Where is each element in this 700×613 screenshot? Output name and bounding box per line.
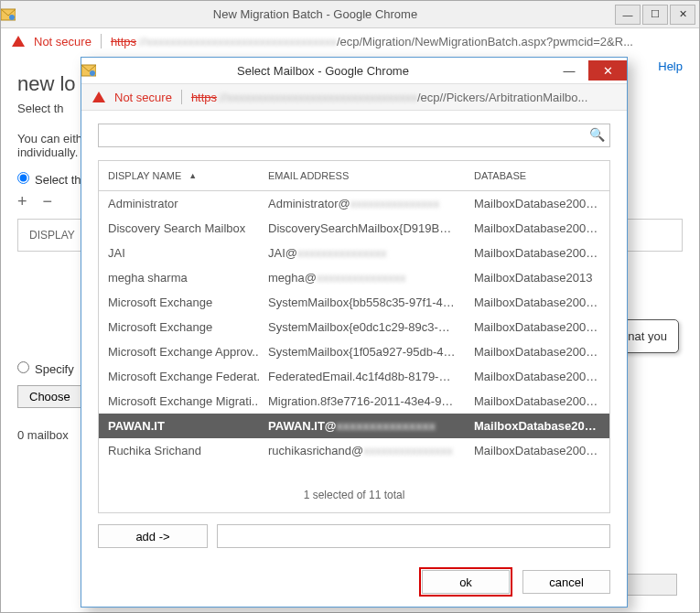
- add-target-input[interactable]: [217, 524, 610, 548]
- cell-display-name: Microsoft Exchange: [99, 318, 259, 336]
- search-input[interactable]: [98, 124, 610, 147]
- cell-email: Migration.8f3e7716-2011-43e4-96b1-...: [259, 393, 465, 410]
- cell-email: PAWAN.IT@xxxxxxxxxxxxxxx: [259, 417, 465, 435]
- dialog-titlebar: Select Mailbox - Google Chrome — ✕: [81, 58, 627, 83]
- dialog-minimize-button[interactable]: —: [550, 60, 588, 81]
- divider: [181, 90, 182, 104]
- background-titlebar: New Migration Batch - Google Chrome — ☐ …: [1, 1, 699, 28]
- svg-point-1: [9, 15, 15, 20]
- table-row[interactable]: Microsoft ExchangeSystemMailbox{bb558c35…: [99, 290, 609, 315]
- cell-display-name: Microsoft Exchange: [99, 294, 259, 311]
- background-url: https://xxxxxxxxxxxxxxxxxxxxxxxxxxxxxxxx…: [111, 35, 633, 48]
- dialog-addressbar: Not secure https://xxxxxxxxxxxxxxxxxxxxx…: [81, 83, 627, 111]
- cell-database: MailboxDatabase20021761...: [465, 393, 609, 410]
- cell-display-name: PAWAN.IT: [99, 417, 259, 435]
- table-row[interactable]: Microsoft ExchangeSystemMailbox{e0dc1c29…: [99, 315, 609, 339]
- cell-database: MailboxDatabase20021761...: [465, 244, 609, 262]
- cell-display-name: Ruchika Srichand: [99, 442, 259, 459]
- column-display-name[interactable]: DISPLAY NAME▲: [99, 161, 259, 190]
- cancel-button[interactable]: cancel: [522, 570, 610, 594]
- cell-database: MailboxDatabase20021761...: [465, 294, 609, 311]
- table-header: DISPLAY NAME▲ EMAIL ADDRESS DATABASE: [99, 161, 609, 191]
- table-row[interactable]: megha sharmamegha@xxxxxxxxxxxxxxxMailbox…: [99, 265, 609, 290]
- column-email[interactable]: EMAIL ADDRESS: [259, 161, 465, 190]
- svg-point-3: [90, 70, 95, 76]
- cell-database: MailboxDatabase20021761...: [465, 343, 609, 360]
- cell-database: MailboxDatabase20021761...: [465, 442, 609, 459]
- dialog-url: https://xxxxxxxxxxxxxxxxxxxxxxxxxxxxxxxx…: [191, 91, 587, 104]
- help-link[interactable]: Help: [658, 59, 683, 73]
- table-row[interactable]: Discovery Search MailboxDiscoverySearchM…: [99, 216, 609, 241]
- app-icon: [1, 7, 16, 22]
- cell-display-name: Administrator: [99, 195, 259, 212]
- radio-select-users-input[interactable]: [17, 172, 29, 184]
- dialog-window-title: Select Mailbox - Google Chrome: [96, 64, 550, 78]
- table-row[interactable]: JAIJAI@xxxxxxxxxxxxxxxMailboxDatabase200…: [99, 241, 609, 265]
- cell-display-name: Microsoft Exchange Migrati...: [99, 393, 259, 410]
- cell-email: DiscoverySearchMailbox{D919BA05-4...: [259, 220, 465, 237]
- cell-display-name: Discovery Search Mailbox: [99, 220, 259, 237]
- maximize-button[interactable]: ☐: [642, 5, 668, 25]
- choose-file-button[interactable]: Choose: [17, 385, 82, 408]
- cell-database: MailboxDatabase2013: [465, 269, 609, 286]
- cell-database: MailboxDatabase20021761...: [465, 318, 609, 336]
- cell-display-name: megha sharma: [99, 269, 259, 286]
- cell-display-name: Microsoft Exchange Federat...: [99, 368, 259, 385]
- cell-database: MailboxDatabase20021761...: [465, 195, 609, 212]
- background-window-title: New Migration Batch - Google Chrome: [16, 7, 615, 21]
- column-database[interactable]: DATABASE: [465, 161, 609, 190]
- add-button[interactable]: add ->: [98, 524, 208, 548]
- cell-email: ruchikasrichand@xxxxxxxxxxxxxxx: [259, 442, 465, 459]
- table-row[interactable]: AdministratorAdministrator@xxxxxxxxxxxxx…: [99, 191, 609, 216]
- cell-email: FederatedEmail.4c1f4d8b-8179-4148-...: [259, 368, 465, 385]
- ok-button[interactable]: ok: [422, 570, 510, 594]
- close-button[interactable]: ✕: [670, 5, 695, 25]
- warning-icon: [92, 91, 105, 102]
- search-icon[interactable]: 🔍: [589, 127, 605, 142]
- mailbox-table: DISPLAY NAME▲ EMAIL ADDRESS DATABASE Adm…: [98, 160, 610, 513]
- cell-display-name: Microsoft Exchange Approv..: [99, 343, 259, 360]
- cell-email: Administrator@xxxxxxxxxxxxxxx: [259, 195, 465, 212]
- divider: [101, 34, 102, 48]
- cell-email: SystemMailbox{bb558c35-97f1-4cb9-...: [259, 294, 465, 311]
- select-mailbox-dialog: Select Mailbox - Google Chrome — ✕ Not s…: [81, 57, 628, 608]
- cell-email: megha@xxxxxxxxxxxxxxx: [259, 269, 465, 286]
- selection-status: 1 selected of 11 total: [99, 474, 609, 512]
- cell-database: MailboxDatabase20021761...: [465, 417, 609, 435]
- cell-database: MailboxDatabase20021761...: [465, 220, 609, 237]
- radio-specify-input[interactable]: [17, 361, 29, 373]
- not-secure-label: Not secure: [34, 35, 92, 48]
- sort-asc-icon: ▲: [188, 171, 197, 180]
- cell-email: SystemMailbox{1f05a927-95db-422f-b...: [259, 343, 465, 360]
- warning-icon: [12, 36, 25, 47]
- table-row[interactable]: Ruchika Srichandruchikasrichand@xxxxxxxx…: [99, 438, 609, 463]
- table-row[interactable]: Microsoft Exchange Migrati...Migration.8…: [99, 389, 609, 414]
- table-row[interactable]: PAWAN.ITPAWAN.IT@xxxxxxxxxxxxxxxMailboxD…: [99, 414, 609, 438]
- cell-database: MailboxDatabase20021761...: [465, 368, 609, 385]
- cell-email: SystemMailbox{e0dc1c29-89c3-4034-...: [259, 318, 465, 336]
- table-row[interactable]: Microsoft Exchange Approv..SystemMailbox…: [99, 339, 609, 364]
- minimize-button[interactable]: —: [615, 5, 641, 25]
- dialog-close-button[interactable]: ✕: [588, 60, 627, 81]
- background-addressbar: Not secure https://xxxxxxxxxxxxxxxxxxxxx…: [1, 28, 699, 54]
- cell-email: JAI@xxxxxxxxxxxxxxx: [259, 244, 465, 262]
- table-row[interactable]: Microsoft Exchange Federat...FederatedEm…: [99, 364, 609, 389]
- app-icon: [81, 63, 96, 78]
- cell-display-name: JAI: [99, 244, 259, 262]
- not-secure-label: Not secure: [114, 91, 172, 104]
